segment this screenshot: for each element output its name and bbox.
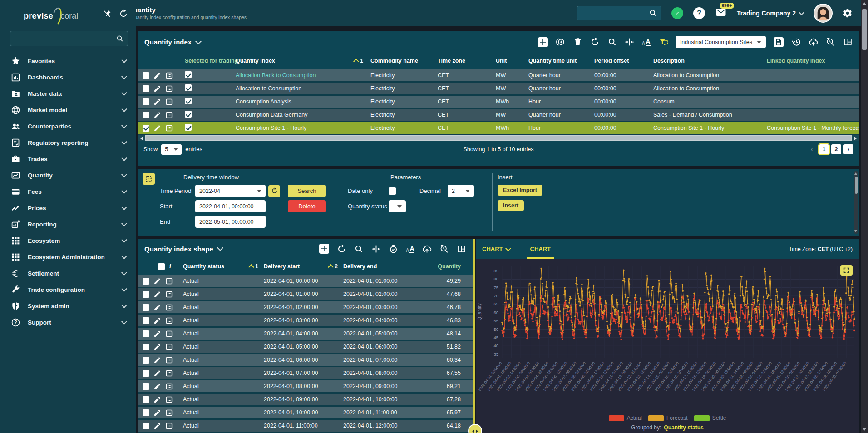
col-quantity-index[interactable]: Quantity index 1 <box>232 58 367 64</box>
col-description[interactable]: Description <box>650 58 763 64</box>
shape-row[interactable]: Actual 2022-04-01, 08:00:00 2022-04-01, … <box>138 380 473 394</box>
fullscreen-button[interactable] <box>840 265 853 276</box>
details-icon[interactable] <box>165 356 173 364</box>
details-icon[interactable] <box>165 330 173 338</box>
col-delivery-start[interactable]: Delivery start 2 <box>262 263 341 270</box>
edit-pencil-icon[interactable] <box>153 277 161 285</box>
refresh-button[interactable] <box>337 244 346 254</box>
sidebar-item-trade-configuration[interactable]: Trade configuration <box>0 281 136 298</box>
shape-row[interactable]: Actual 2022-04-01, 09:00:00 2022-04-01, … <box>138 394 473 407</box>
prev-page-button[interactable]: ‹ <box>807 144 817 154</box>
row-checkbox[interactable] <box>143 409 149 416</box>
row-checkbox[interactable] <box>143 330 149 337</box>
quantity-index-row[interactable]: Consumption Data Germany Electricity CET… <box>138 109 859 122</box>
help-icon[interactable]: ? <box>693 7 705 19</box>
excel-import-button[interactable]: Excel Import <box>498 185 542 196</box>
sidebar-item-fees[interactable]: Fees <box>0 183 136 200</box>
sidebar-item-favorites[interactable]: Favorites <box>0 53 136 69</box>
row-checkbox[interactable] <box>143 370 149 377</box>
sidebar-item-reporting[interactable]: Reporting <box>0 216 136 232</box>
refresh-button[interactable] <box>590 37 600 47</box>
search-button[interactable] <box>354 244 364 254</box>
col-quantity[interactable]: Quantity <box>429 263 473 270</box>
sidebar-search-input[interactable] <box>14 35 116 43</box>
shape-row[interactable]: Actual 2022-04-01, 07:00:00 2022-04-01, … <box>138 367 473 380</box>
end-input[interactable] <box>195 216 266 228</box>
row-checkbox[interactable] <box>143 98 149 105</box>
selected-for-trading-checkbox[interactable] <box>185 111 192 118</box>
col-period-offset[interactable]: Period offset <box>591 58 650 64</box>
sidebar-item-trades[interactable]: Trades <box>0 151 136 167</box>
details-icon[interactable] <box>165 383 173 390</box>
edit-pencil-icon[interactable] <box>153 383 161 390</box>
sidebar-item-prices[interactable]: Prices <box>0 200 136 216</box>
edit-pencil-icon[interactable] <box>153 85 161 93</box>
sidebar-item-counterparties[interactable]: Counterparties <box>0 118 136 134</box>
shape-row[interactable]: Actual 2022-04-01, 01:00:00 2022-04-01, … <box>138 288 473 301</box>
collapse-panel-icon[interactable] <box>217 245 223 251</box>
refresh-sidebar-icon[interactable] <box>119 9 128 18</box>
details-icon[interactable] <box>165 343 173 351</box>
selected-for-trading-checkbox[interactable] <box>185 71 192 78</box>
scroll-left-button[interactable] <box>138 135 145 141</box>
edit-pencil-icon[interactable] <box>153 356 161 364</box>
row-checkbox[interactable] <box>143 304 149 311</box>
row-checkbox[interactable] <box>143 85 149 92</box>
row-checkbox[interactable] <box>143 383 149 390</box>
col-quantity-status[interactable]: Quantity status 1 <box>181 263 262 270</box>
sidebar-item-ecosystem[interactable]: Ecosystem <box>0 232 136 249</box>
col-unit[interactable]: Unit <box>492 58 525 64</box>
next-page-button[interactable]: › <box>843 144 853 154</box>
delete-button[interactable] <box>573 37 582 47</box>
shape-row[interactable]: Actual 2022-04-01, 05:00:00 2022-04-01, … <box>138 341 473 354</box>
scrollbar-thumb[interactable] <box>146 136 851 140</box>
row-checkbox[interactable] <box>143 396 149 403</box>
page-size-select[interactable]: 5 <box>161 144 182 155</box>
edit-pencil-icon[interactable] <box>153 304 161 311</box>
page-button-2[interactable]: 2 <box>831 144 841 154</box>
details-icon[interactable] <box>165 124 173 132</box>
scroll-up-arrow[interactable] <box>863 2 866 5</box>
chart-type-dropdown[interactable]: CHART <box>482 246 510 252</box>
sidebar-item-support[interactable]: ? Support <box>0 314 136 330</box>
sidebar-search[interactable] <box>10 31 128 46</box>
sidebar-item-regulatory-reporting[interactable]: Regulatory reporting <box>0 134 136 151</box>
layout-button[interactable] <box>843 37 853 47</box>
col-commodity-name[interactable]: Commodity name <box>367 58 434 64</box>
font-size-button[interactable]: AA <box>406 245 414 253</box>
collapse-panel-icon[interactable] <box>195 38 202 44</box>
add-row-button[interactable] <box>319 244 329 254</box>
sidebar-item-market-model[interactable]: Market model <box>0 102 136 118</box>
time-series-chart[interactable]: 35404550556065707580852022-04-01, 00:00:… <box>476 259 859 413</box>
edit-pencil-icon[interactable] <box>153 290 161 298</box>
sidebar-item-system-admin[interactable]: System admin <box>0 298 136 314</box>
legend-item-settle[interactable]: Settle <box>694 415 726 421</box>
grouped-by-value[interactable]: Quantity status <box>664 424 703 431</box>
filter-panel-scrollbar[interactable] <box>854 171 858 234</box>
page-button-1[interactable]: 1 <box>819 144 829 154</box>
fit-columns-button[interactable] <box>371 244 381 254</box>
shape-row[interactable]: Actual 2022-04-01, 00:00:00 2022-04-01, … <box>138 275 473 288</box>
shape-row[interactable]: Actual 2022-04-01, 11:00:00 2022-04-01, … <box>138 420 473 433</box>
filter-reset-icon[interactable] <box>658 37 668 47</box>
global-search[interactable] <box>577 6 661 20</box>
shape-row[interactable]: Actual 2022-04-01, 04:00:00 2022-04-01, … <box>138 328 473 341</box>
messages-button[interactable]: 999+ <box>715 7 727 20</box>
details-icon[interactable] <box>165 111 173 119</box>
sidebar-item-ecosystem-administration[interactable]: Ecosystem Administration <box>0 249 136 265</box>
details-icon[interactable] <box>165 317 173 325</box>
sidebar-item-settlement[interactable]: Settlement <box>0 265 136 281</box>
global-search-input[interactable] <box>581 9 649 17</box>
edit-pencil-icon[interactable] <box>153 396 161 403</box>
horizontal-scrollbar[interactable] <box>138 135 859 141</box>
company-switcher[interactable]: Trading Company 2 <box>737 10 804 17</box>
quantity-status-select[interactable] <box>389 200 406 212</box>
edit-pencil-icon[interactable] <box>153 317 161 325</box>
row-checkbox[interactable] <box>143 125 149 132</box>
shape-row[interactable]: Actual 2022-04-01, 02:00:00 2022-04-01, … <box>138 301 473 315</box>
row-checkbox[interactable] <box>143 278 149 285</box>
search-button[interactable]: Search <box>288 185 326 197</box>
layout-button[interactable] <box>457 244 466 254</box>
time-window-button[interactable] <box>143 173 155 185</box>
edit-pencil-icon[interactable] <box>153 111 161 119</box>
